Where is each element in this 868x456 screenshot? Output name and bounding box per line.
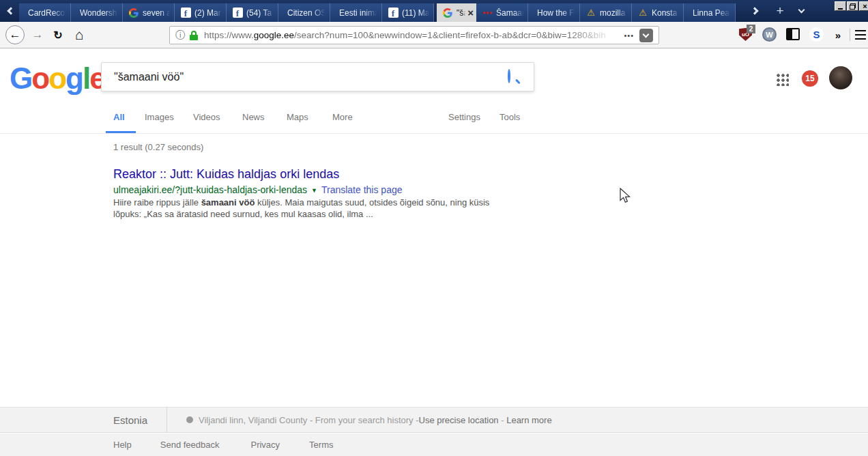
tab-label: (11) Ma	[402, 8, 431, 18]
search-query-text[interactable]: "šamaani vöö"	[114, 71, 508, 83]
browser-window: CardRecove Wondershar seven a f (2) Mar …	[0, 0, 868, 456]
footer-divider	[167, 407, 167, 433]
result-options-caret-icon[interactable]: ▼	[311, 187, 317, 194]
tab-group-right: ●●● Šamaan How the Fu ⚠ mozilla ⚠ Konsta…	[476, 3, 736, 22]
hamburger-menu-icon[interactable]	[855, 30, 866, 40]
tab-wondershare[interactable]: Wondershar	[71, 3, 123, 22]
minimize-button[interactable]	[835, 1, 846, 11]
translate-link[interactable]: Translate this page	[321, 184, 403, 195]
close-window-button[interactable]: ×	[859, 1, 868, 11]
tab-facebook-11[interactable]: f (11) Ma	[382, 3, 434, 22]
page-info-icon[interactable]: ⓘ	[175, 29, 185, 42]
send-feedback-link[interactable]: Send feedback	[160, 440, 220, 450]
tab-scroll-right-button[interactable]	[745, 0, 766, 22]
session-extension-icon[interactable]: S	[809, 27, 824, 42]
tab-label: mozilla	[600, 8, 628, 18]
tab-cardrecovery[interactable]: CardRecove	[19, 3, 71, 22]
toolbar-separator	[850, 29, 850, 41]
tab-label: seven a	[143, 8, 171, 18]
browser-tab-bar: CardRecove Wondershar seven a f (2) Mar …	[0, 0, 868, 22]
sidebar-toggle-icon[interactable]	[786, 28, 800, 40]
footer-dash: -	[499, 415, 507, 425]
result-stats: 1 result (0.27 seconds)	[113, 142, 203, 152]
back-button[interactable]: ←	[5, 25, 25, 44]
learn-more-link[interactable]: Learn more	[506, 415, 551, 425]
tab-facebook-2[interactable]: f (2) Mar	[175, 3, 227, 22]
google-logo[interactable]: Google	[10, 61, 105, 96]
tab-label: (2) Mar	[194, 8, 223, 18]
tab-images[interactable]: Images	[145, 112, 174, 122]
tab-more[interactable]: More	[332, 112, 353, 122]
tab-all[interactable]: All	[113, 112, 125, 122]
new-tab-button[interactable]: +	[770, 0, 790, 22]
tab-news[interactable]: News	[242, 112, 265, 122]
tab-close-icon[interactable]: ×	[467, 8, 474, 18]
tab-scroll-left-button[interactable]	[0, 0, 19, 22]
close-icon: ×	[863, 3, 867, 10]
tab-mozilla[interactable]: ⚠ mozilla	[580, 3, 632, 22]
result-title-link[interactable]: Reaktor :: Jutt: Kuidas haldjas orki len…	[113, 167, 339, 182]
secure-lock-icon	[190, 31, 198, 40]
tab-label: Eesti inimare	[339, 8, 379, 18]
active-tab-underline	[106, 131, 136, 133]
tab-label: Šamaan	[496, 8, 525, 18]
use-precise-location-link[interactable]: Use precise location	[419, 415, 499, 425]
tab-citizen-os[interactable]: Citizen OS -	[278, 3, 330, 22]
search-icon[interactable]	[508, 70, 521, 84]
facebook-favicon-icon: f	[388, 8, 399, 18]
tab-active-search[interactable]: "ša ×	[437, 3, 476, 22]
restore-icon	[850, 3, 856, 10]
restore-button[interactable]	[847, 1, 858, 11]
location-dot-icon	[186, 416, 193, 423]
facebook-favicon-icon: f	[180, 8, 191, 18]
home-button[interactable]: ⌂	[71, 26, 87, 44]
pocket-icon[interactable]	[639, 29, 653, 42]
terms-link[interactable]: Terms	[309, 440, 333, 450]
window-controls: ×	[835, 1, 868, 11]
wayback-extension-icon[interactable]: W	[762, 27, 777, 42]
tab-group-left: CardRecove Wondershar seven a f (2) Mar …	[19, 3, 434, 22]
tab-konsta[interactable]: ⚠ Konsta	[632, 3, 684, 22]
help-link[interactable]: Help	[113, 440, 132, 450]
tab-eesti[interactable]: Eesti inimare	[330, 3, 382, 22]
warning-favicon-icon: ⚠	[585, 8, 596, 18]
settings-button[interactable]: Settings	[448, 112, 480, 122]
reload-button[interactable]: ↻	[50, 27, 66, 42]
tab-videos[interactable]: Videos	[193, 112, 220, 122]
google-favicon-icon	[442, 8, 453, 18]
page-actions-icon[interactable]: •••	[624, 31, 634, 40]
privacy-link[interactable]: Privacy	[250, 440, 280, 450]
tab-maps[interactable]: Maps	[287, 112, 308, 122]
warning-favicon-icon: ⚠	[637, 8, 648, 18]
footer-location-text: Viljandi linn, Viljandi County - From yo…	[199, 415, 419, 425]
tab-label: Citizen OS -	[287, 8, 327, 18]
tab-seven[interactable]: seven a	[123, 3, 175, 22]
tab-facebook-54[interactable]: f (54) Ta	[227, 3, 278, 22]
notifications-badge[interactable]: 15	[802, 70, 818, 87]
url-bar[interactable]: ⓘ https://www.google.ee/search?num=100&n…	[169, 26, 659, 44]
tab-label: CardRecove	[28, 8, 68, 18]
facebook-favicon-icon: f	[232, 8, 243, 18]
search-box[interactable]: "šamaani vöö"	[101, 62, 534, 91]
tab-label: (54) Ta	[246, 8, 275, 18]
tab-how-the[interactable]: How the Fu	[528, 3, 580, 22]
google-apps-grid-icon[interactable]	[775, 72, 789, 86]
account-avatar[interactable]	[829, 66, 852, 89]
tab-list-dropdown-button[interactable]	[792, 0, 811, 22]
tab-label: Wondershar	[80, 8, 119, 18]
tab-linna-peal[interactable]: Linna Peal -	[684, 3, 736, 22]
result-url: ulmeajakiri.ee/?jutt-kuidas-haldjas-orki…	[113, 184, 307, 195]
chevron-right-icon	[751, 7, 758, 14]
ublock-badge: 2	[747, 25, 755, 33]
tab-label: How the Fu	[537, 8, 577, 18]
footer-location-bar: Estonia Viljandi linn, Viljandi County -…	[0, 407, 868, 433]
tools-button[interactable]: Tools	[500, 112, 520, 122]
footer-links-bar: Help Send feedback Privacy Terms	[0, 433, 868, 456]
toolbar-overflow-icon[interactable]: »	[830, 27, 845, 42]
url-text[interactable]: https://www.google.ee/search?num=100&new…	[204, 30, 618, 40]
result-snippet: Hiire raibe rippus jälle šamaani vöö kül…	[113, 197, 500, 220]
footer-country: Estonia	[113, 414, 147, 426]
search-mode-bar: All Images Videos News Maps More Setting…	[0, 104, 868, 134]
tab-samaan[interactable]: ●●● Šamaan	[476, 3, 528, 22]
forward-button[interactable]: →	[30, 27, 45, 42]
